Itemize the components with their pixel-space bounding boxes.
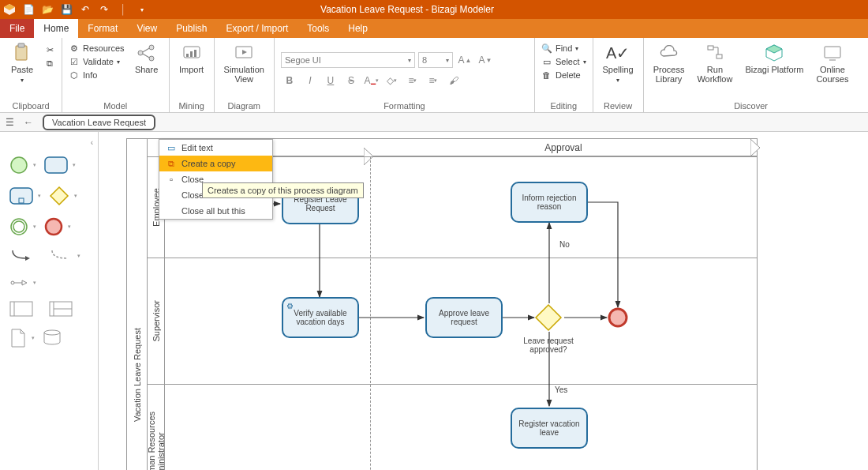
group-diagram: Simulation View Diagram: [215, 38, 275, 112]
svg-rect-2: [16, 46, 27, 60]
underline-button[interactable]: U: [322, 72, 339, 89]
svg-rect-8: [186, 54, 189, 57]
courses-icon: [822, 43, 843, 63]
cut-button[interactable]: ✂: [44, 44, 55, 55]
data-object-tool[interactable]: ▾: [9, 328, 27, 348]
validate-button[interactable]: ☑Validate ▾: [69, 56, 125, 67]
task-approve-leave[interactable]: Approve leave request: [425, 297, 503, 338]
select-button[interactable]: ▭Select ▾: [541, 56, 586, 67]
svg-rect-3: [18, 43, 24, 47]
lane-tool[interactable]: [49, 301, 73, 317]
decrease-font-button[interactable]: A▼: [477, 51, 494, 69]
delete-icon: 🗑: [541, 70, 552, 81]
resources-button[interactable]: ⚙Resources: [69, 43, 125, 54]
task-register-vacation[interactable]: Register vacation leave: [511, 408, 588, 449]
tab-file[interactable]: File: [0, 19, 34, 38]
svg-rect-20: [10, 188, 32, 204]
tab-context-menu: ▭Edit text ⧉Create a copy ▫Close Close a…: [159, 139, 273, 220]
task-verify-days[interactable]: ⚙ Verify available vacation days: [282, 297, 359, 338]
qat-divider: │: [117, 3, 129, 16]
intermediate-event-tool[interactable]: ▾: [9, 217, 28, 236]
share-button[interactable]: Share: [131, 41, 163, 76]
collapse-palette-icon[interactable]: ‹: [5, 138, 93, 149]
svg-marker-12: [242, 50, 247, 55]
task-tool[interactable]: ▾: [44, 156, 68, 174]
start-event-tool[interactable]: ▾: [9, 156, 28, 175]
end-event-tool[interactable]: ▾: [44, 217, 63, 236]
ctx-close-other[interactable]: Close all but this: [159, 203, 272, 219]
save-icon[interactable]: 💾: [60, 3, 73, 16]
task-inform-rejection[interactable]: Inform rejection reason: [511, 182, 588, 223]
flow-label-yes: Yes: [555, 385, 567, 394]
end-event[interactable]: [607, 306, 629, 329]
gateway-approved[interactable]: [534, 303, 563, 332]
find-button[interactable]: 🔍Find ▾: [541, 43, 586, 54]
bold-button[interactable]: B: [281, 72, 298, 89]
sequence-flow-tool[interactable]: [9, 247, 33, 265]
new-icon[interactable]: 📄: [22, 3, 35, 16]
tab-tools[interactable]: Tools: [297, 19, 339, 38]
redo-icon[interactable]: ↷: [98, 3, 110, 16]
diagram-panel-icon[interactable]: ☰: [0, 113, 19, 132]
select-icon: ▭: [541, 56, 552, 67]
connector-tool[interactable]: ▾: [9, 276, 28, 290]
svg-point-27: [11, 281, 14, 284]
tab-help[interactable]: Help: [339, 19, 377, 38]
platform-icon: [764, 43, 784, 63]
ctx-edit-text[interactable]: ▭Edit text: [159, 140, 272, 156]
gateway-tool[interactable]: ▾: [49, 186, 69, 206]
format-painter-button[interactable]: 🖌: [445, 72, 462, 89]
strike-button[interactable]: S: [342, 72, 360, 89]
import-button[interactable]: Import: [176, 41, 208, 76]
align-left-button[interactable]: ≡▾: [404, 72, 421, 89]
runwf-label: Run Workflow: [697, 65, 732, 84]
bizagi-platform-button[interactable]: Bizagi Platform: [742, 41, 806, 76]
tab-export[interactable]: Export / Import: [217, 19, 298, 38]
share-label: Share: [135, 65, 158, 74]
review-group-label: Review: [600, 100, 637, 111]
simulation-view-button[interactable]: Simulation View: [221, 41, 268, 85]
increase-font-button[interactable]: A▲: [456, 51, 473, 69]
fontsize-dropdown[interactable]: 8▾: [418, 52, 453, 68]
copy-button[interactable]: ⧉: [44, 58, 55, 69]
fontcolor-button[interactable]: A▁▾: [363, 72, 380, 89]
open-icon[interactable]: 📂: [41, 3, 54, 16]
spelling-icon: A✓: [608, 43, 628, 63]
svg-marker-28: [22, 280, 27, 285]
back-button[interactable]: ←: [19, 113, 38, 132]
info-button[interactable]: ⬡Info: [69, 70, 125, 81]
tab-view[interactable]: View: [127, 19, 166, 38]
process-library-button[interactable]: Process Library: [650, 41, 688, 85]
clipboard-group-label: Clipboard: [6, 100, 55, 111]
pool-tool[interactable]: [9, 301, 33, 317]
qat-dropdown-icon[interactable]: ▾: [136, 3, 148, 16]
tab-format[interactable]: Format: [78, 19, 127, 38]
fillcolor-button[interactable]: ◇▾: [383, 72, 401, 89]
undo-icon[interactable]: ↶: [79, 3, 92, 16]
close-icon: ▫: [166, 174, 177, 185]
tab-home[interactable]: Home: [34, 19, 78, 38]
online-courses-button[interactable]: Online Courses: [813, 41, 851, 85]
app-icon: [3, 3, 16, 16]
ctx-create-copy[interactable]: ⧉Create a copy: [159, 156, 272, 171]
association-tool[interactable]: ▾: [49, 247, 73, 265]
align-top-button[interactable]: ≡▾: [425, 72, 442, 89]
paste-button[interactable]: Paste▾: [6, 41, 38, 86]
share-icon: [137, 43, 157, 63]
diagram-tab[interactable]: Vacation Leave Request: [43, 115, 155, 130]
group-discover: Process Library Run Workflow Bizagi Plat…: [644, 38, 859, 112]
tab-publish[interactable]: Publish: [166, 19, 216, 38]
run-workflow-button[interactable]: Run Workflow: [694, 41, 735, 85]
edit-icon: ▭: [166, 142, 177, 153]
spelling-button[interactable]: A✓ Spelling▾: [600, 41, 637, 86]
font-dropdown[interactable]: Segoe UI▾: [281, 52, 415, 68]
ribbon: Paste▾ ✂ ⧉ Clipboard ⚙Resources ☑Validat…: [0, 38, 868, 113]
data-store-tool[interactable]: [43, 329, 62, 348]
italic-button[interactable]: I: [301, 72, 319, 89]
workflow-icon: [705, 43, 725, 63]
paste-label: Paste: [11, 65, 33, 74]
cut-icon: ✂: [44, 44, 55, 55]
subprocess-tool[interactable]: ▾: [9, 187, 33, 205]
spelling-label: Spelling: [603, 65, 634, 74]
delete-button[interactable]: 🗑Delete: [541, 70, 586, 81]
